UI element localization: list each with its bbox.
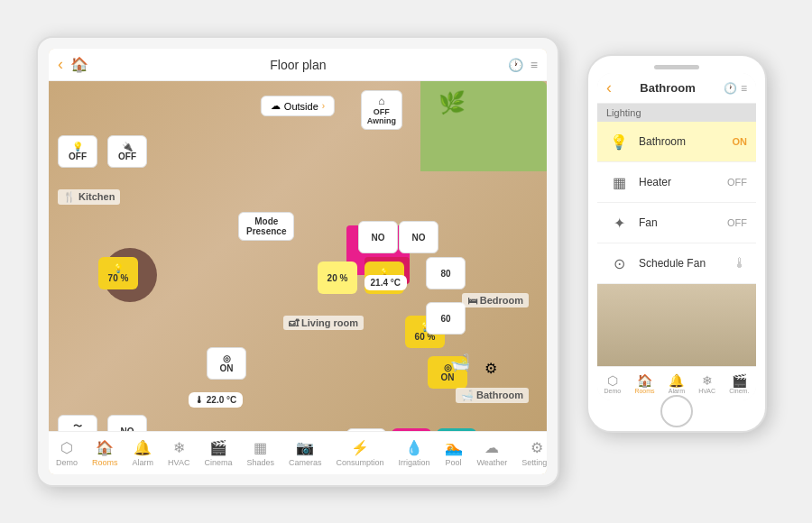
bath-settings-icon[interactable]: ⚙ [484,360,497,377]
tablet-header-right: 🕐 ≡ [508,58,538,72]
nav-rooms-icon: 🏠 [96,439,114,456]
awning-off-label: OFF [374,107,390,116]
tablet-clock-icon: 🕐 [508,58,523,72]
nav-cameras-label: Cameras [289,458,322,467]
device-on-1[interactable]: ◎ ON [207,347,246,380]
bedroom-label: 🛏 Bedroom [462,293,529,307]
phone-home-button[interactable] [660,395,693,427]
dimmer-70[interactable]: 💡 70 % [98,257,138,289]
nav-weather-icon: ☁ [484,439,499,456]
phone-back-btn[interactable]: ‹ [606,78,612,97]
nav-hvac[interactable]: ❄ HVAC [161,436,197,471]
nav-shades-label: Shades [246,458,274,467]
dimmer-20[interactable]: 20 % [318,262,357,294]
phone-clock-icon: 🕐 [724,82,737,95]
bath-icon-bottom: 🛁 [450,353,470,372]
tablet-title: Floor plan [270,58,326,72]
val-80[interactable]: 80 [426,257,466,289]
outside-label: Outside [284,101,318,112]
outdoor-area: 🌿 [420,81,547,171]
dimmer-icon: 💡 [113,263,124,273]
living-room-label: 🛋 Living room [283,316,364,330]
nav-alarm-label: Alarm [133,458,154,467]
schedule-fan-name: Schedule Fan [639,257,725,270]
bed-icon: 🛏 [467,295,477,306]
phone-nav-demo[interactable]: ⬡ Demo [604,373,622,394]
nav-rooms[interactable]: 🏠 Rooms [85,436,125,471]
device-no-1[interactable]: NO [107,415,147,431]
device-off-1[interactable]: 💡 OFF [58,135,97,168]
nav-irrigation[interactable]: 💧 Irrigation [391,436,437,471]
awning-badge[interactable]: ⌂ OFF Awning [361,90,402,130]
nav-cameras[interactable]: 📷 Cameras [281,436,329,471]
nav-shades-icon: ▦ [254,439,267,456]
nav-consumption-label: Consumption [336,458,383,467]
nav-settings-label: Settings [521,458,547,467]
phone-nav-rooms[interactable]: 🏠 Rooms [634,373,654,394]
nav-pool[interactable]: 🏊 Pool [438,436,470,471]
nav-shades[interactable]: ▦ Shades [239,436,281,471]
nav-settings-icon: ⚙ [531,439,543,456]
bathroom-light-status: ON [733,136,748,147]
heater-name: Heater [639,176,720,188]
tablet-screen: ‹ 🏠 Floor plan 🕐 ≡ 🌿 ☁ Outside [49,49,547,474]
tablet-menu-icon[interactable]: ≡ [531,58,538,72]
nav-cameras-icon: 📷 [296,439,314,456]
tablet-nav: ⬡ Demo 🏠 Rooms 🔔 Alarm ❄ HVAC 🎬 Cin [49,431,547,474]
phone-header-right: 🕐 ≡ [724,82,747,95]
tablet-device: ‹ 🏠 Floor plan 🕐 ≡ 🌿 ☁ Outside [36,36,559,487]
bath-icon: 🛁 [461,390,474,400]
fan-name: Fan [639,216,720,229]
nav-demo[interactable]: ⬡ Demo [49,436,85,471]
awning-label: Awning [367,116,396,125]
mode-badge[interactable]: Mode Presence [238,212,294,241]
kitchen-icon: 🍴 [63,191,76,202]
phone-nav-rooms-label: Rooms [634,388,654,394]
val-60[interactable]: 60 [426,302,466,335]
phone-speaker [654,65,699,69]
nav-settings[interactable]: ⚙ Settings [514,436,547,471]
phone-nav-cinema[interactable]: 🎬 Cinem. [729,373,749,394]
nav-cinema-icon: 🎬 [209,439,227,456]
nav-weather[interactable]: ☁ Weather [470,436,515,471]
tablet-header: ‹ 🏠 Floor plan 🕐 ≡ [49,49,547,81]
rgb-badge[interactable]: RGB [392,428,431,431]
phone-nav-alarm-icon: 🔔 [669,373,684,388]
no-badge-2[interactable]: NO [399,221,438,253]
plant-icon: 🌿 [438,90,466,115]
tablet-back-icon[interactable]: ‹ [58,55,63,74]
fan-status: OFF [727,217,747,228]
phone-item-fan[interactable]: ✦ Fan OFF [597,203,756,243]
device-off-left-1[interactable]: 〜 OFF [58,415,97,431]
phone-nav-alarm[interactable]: 🔔 Alarm [669,373,685,394]
nav-pool-icon: 🏊 [445,439,463,456]
phone-nav-demo-icon: ⬡ [607,373,618,388]
bathroom-light-name: Bathroom [639,135,725,148]
nav-cinema[interactable]: 🎬 Cinema [197,436,239,471]
temp-21: 21.4 °C [364,275,407,290]
phone-device: ‹ Bathroom 🕐 ≡ Lighting 💡 Bathroom ON ▦ [586,54,767,433]
device-off-2[interactable]: 🔌 OFF [107,135,147,168]
outside-badge[interactable]: ☁ Outside › [261,96,335,116]
phone-nav-alarm-label: Alarm [669,388,685,394]
device-off-bottom[interactable]: ◎ OFF [346,428,386,431]
sofa-icon: 🛋 [289,317,299,328]
awning-icon: ⌂ [378,95,384,107]
phone-nav-rooms-icon: 🏠 [637,373,652,388]
device-on-teal[interactable]: ⏻ ON [437,428,476,431]
nav-irrigation-label: Irrigation [398,458,429,467]
phone-item-bathroom-light[interactable]: 💡 Bathroom ON [597,122,756,162]
phone-menu-icon[interactable]: ≡ [741,82,747,95]
heater-status: OFF [727,177,747,188]
nav-alarm[interactable]: 🔔 Alarm [125,436,161,471]
scene: ‹ 🏠 Floor plan 🕐 ≡ 🌿 ☁ Outside [18,18,794,505]
nav-consumption[interactable]: ⚡ Consumption [328,436,391,471]
no-badge-1[interactable]: NO [358,221,398,253]
temp-22: 🌡 22.0 °C [189,392,243,408]
phone-item-heater[interactable]: ▦ Heater OFF [597,162,756,203]
heater-icon: ▦ [606,170,632,195]
phone-item-schedule-fan[interactable]: ⊙ Schedule Fan 🌡 [597,243,756,284]
outside-chevron: › [322,101,325,111]
schedule-fan-status: 🌡 [733,255,747,271]
phone-nav-hvac[interactable]: ❄ HVAC [698,373,715,394]
